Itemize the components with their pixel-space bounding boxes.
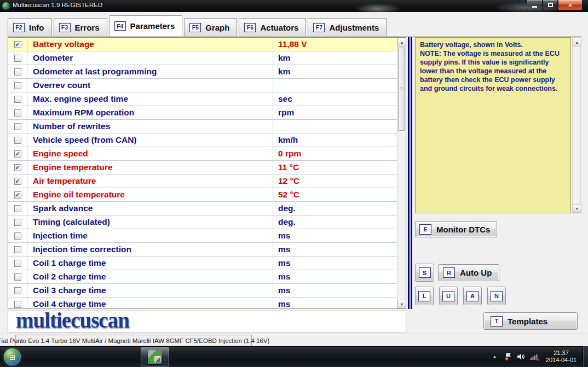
taskbar-item-multiecuscan-active[interactable]	[141, 347, 169, 366]
panel-splitter[interactable]	[408, 37, 413, 309]
table-row[interactable]: Vehicle speed (from CAN) km/h	[8, 133, 397, 147]
parameter-value: 12 °C	[273, 174, 397, 188]
table-row[interactable]: ✔ Engine speed 0 rpm	[8, 147, 397, 161]
parameter-value: 11 °C	[273, 161, 397, 174]
stop-button[interactable]: S	[415, 264, 434, 282]
desktop: Multiecuscan 1.9 REGISTERED × F2 Info F3…	[0, 0, 588, 367]
table-row[interactable]: Overrev count	[8, 79, 397, 92]
scroll-down-icon[interactable]: ▼	[573, 204, 581, 213]
tab-info[interactable]: F2 Info	[8, 18, 52, 36]
scroll-up-icon[interactable]: ▲	[573, 38, 581, 46]
row-checkbox[interactable]: ✔	[14, 178, 21, 185]
monitor-dtcs-button[interactable]: E Monitor DTCs	[415, 221, 497, 237]
tab-adjustments[interactable]: F7 Adjustments	[308, 18, 387, 36]
scroll-down-icon[interactable]: ▼	[397, 300, 406, 308]
hidden-icons-arrow[interactable]: ▲	[491, 353, 499, 361]
row-checkbox[interactable]	[14, 232, 21, 240]
row-checkbox[interactable]	[14, 273, 21, 281]
key-badge-u: U	[442, 291, 454, 301]
row-checkbox[interactable]	[14, 260, 21, 267]
key-badge-n: N	[491, 291, 503, 301]
parameter-name: Engine oil temperature	[27, 188, 273, 201]
u-key-button[interactable]: U	[439, 287, 458, 305]
minimize-button[interactable]	[527, 0, 543, 10]
volume-icon[interactable]	[517, 353, 525, 361]
table-row[interactable]: Coil 3 charge time ms	[8, 284, 397, 298]
table-row[interactable]: Injection time ms	[8, 229, 397, 243]
function-key-badge: F3	[59, 23, 71, 32]
row-checkbox[interactable]: ✔	[14, 191, 21, 199]
row-checkbox[interactable]	[14, 301, 21, 308]
key-button-row: L U A N	[415, 287, 579, 305]
maximize-button[interactable]	[543, 0, 558, 10]
multiecuscan-icon	[148, 350, 162, 364]
row-checkbox[interactable]	[14, 137, 21, 144]
app-icon	[2, 2, 10, 10]
row-checkbox[interactable]	[14, 68, 21, 75]
close-button[interactable]: ×	[558, 0, 583, 10]
tab-actuators[interactable]: F6 Actuators	[239, 18, 306, 36]
row-checkbox[interactable]: ✔	[14, 41, 21, 48]
table-row[interactable]: Odometer at last programming km	[8, 65, 397, 79]
table-row[interactable]: Timing (calculated) deg.	[8, 215, 397, 229]
parameter-value: ms	[273, 298, 397, 308]
table-row[interactable]: Coil 4 charge time ms	[8, 298, 397, 308]
table-row[interactable]: Max. engine speed time sec	[8, 92, 397, 106]
table-row[interactable]: ✔ Engine oil temperature 52 °C	[8, 188, 397, 202]
scrollbar-thumb[interactable]	[398, 48, 405, 131]
app-window: F2 Info F3 Errors F4 Parameters F5 Graph…	[0, 12, 588, 346]
a-key-button[interactable]: A	[463, 287, 482, 305]
table-row[interactable]: Coil 1 charge time ms	[8, 257, 397, 270]
key-badge-l: L	[418, 291, 430, 301]
taskbar-clock[interactable]: 21:37 2014-04-01	[544, 349, 578, 364]
row-checkbox[interactable]	[14, 205, 21, 212]
action-center-flag-icon[interactable]	[504, 353, 512, 361]
show-desktop-button[interactable]	[583, 346, 588, 367]
n-key-button[interactable]: N	[487, 287, 506, 305]
row-checkbox[interactable]	[14, 109, 21, 116]
table-row[interactable]: Coil 2 charge time ms	[8, 270, 397, 284]
row-checkbox[interactable]	[14, 96, 21, 103]
description-scrollbar[interactable]: ▲ ▼	[572, 37, 581, 213]
key-badge-e: E	[419, 224, 431, 235]
table-row[interactable]: Spark advance deg.	[8, 202, 397, 215]
monitor-dtcs-label: Monitor DTCs	[436, 225, 490, 234]
table-row[interactable]: Number of rewrites	[8, 120, 397, 133]
parameter-name: Coil 4 charge time	[27, 298, 273, 308]
scroll-up-icon[interactable]: ▲	[397, 38, 406, 46]
row-checkbox[interactable]	[14, 55, 21, 62]
auto-up-button[interactable]: R Auto Up	[438, 264, 499, 281]
tab-graph[interactable]: F5 Graph	[184, 18, 237, 36]
templates-button[interactable]: T Templates	[483, 312, 578, 330]
vehicle-status-text: Fiat Punto Evo 1.4 Turbo 16V MultiAir / …	[15, 335, 252, 346]
row-checkbox[interactable]: ✔	[14, 150, 21, 158]
parameter-name: Vehicle speed (from CAN)	[27, 133, 273, 147]
window-title: Multiecuscan 1.9 REGISTERED	[13, 2, 102, 8]
table-row[interactable]: ✔ Air temperature 12 °C	[8, 174, 397, 188]
tab-parameters[interactable]: F4 Parameters	[109, 15, 183, 36]
table-row[interactable]: Injection time correction ms	[8, 243, 397, 257]
key-badge-t: T	[491, 316, 503, 327]
start-button[interactable]: ⊞	[4, 348, 21, 365]
tab-bar: F2 Info F3 Errors F4 Parameters F5 Graph…	[8, 15, 388, 36]
row-checkbox[interactable]: ✔	[14, 164, 21, 171]
parameter-name: Injection time	[27, 229, 273, 242]
row-checkbox[interactable]	[14, 82, 21, 89]
table-scrollbar[interactable]: ▲ ▼	[397, 38, 406, 308]
row-checkbox[interactable]	[14, 123, 21, 130]
table-row[interactable]: ✔ Engine temperature 11 °C	[8, 161, 397, 174]
table-row[interactable]: Odometer km	[8, 51, 397, 65]
row-checkbox[interactable]	[14, 246, 21, 253]
window-titlebar[interactable]: Multiecuscan 1.9 REGISTERED ×	[0, 0, 588, 12]
tab-errors[interactable]: F3 Errors	[54, 18, 107, 36]
parameter-value: deg.	[273, 215, 397, 229]
parameter-description: Battery voltage, shown in Volts. NOTE: T…	[415, 37, 571, 213]
l-key-button[interactable]: L	[415, 287, 434, 305]
table-row[interactable]: ✔ Battery voltage 11,88 V	[8, 38, 397, 51]
row-checkbox[interactable]	[14, 219, 21, 226]
row-checkbox[interactable]	[14, 287, 21, 294]
close-icon: ×	[568, 1, 573, 9]
parameter-name: Air temperature	[27, 174, 273, 188]
network-disconnected-icon[interactable]: ×	[530, 353, 538, 361]
table-row[interactable]: Maximum RPM operation rpm	[8, 106, 397, 120]
